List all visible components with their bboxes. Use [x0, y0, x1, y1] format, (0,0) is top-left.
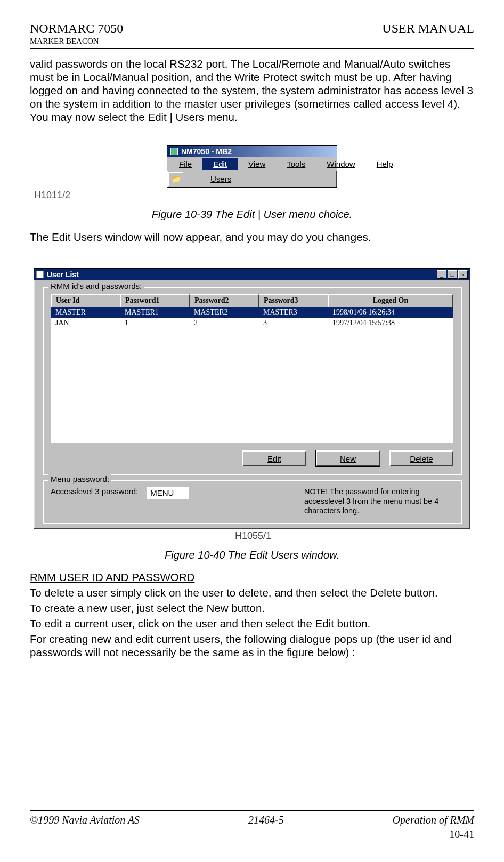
menu-file[interactable]: File [168, 158, 202, 170]
cell-logged: 1998/01/06 16:26:34 [328, 307, 453, 318]
toolbar-button[interactable]: 📁 [168, 172, 183, 186]
cell-user: MASTER [51, 307, 120, 318]
folder-icon: 📁 [172, 175, 181, 183]
col-password3[interactable]: Password3 [259, 294, 328, 307]
paragraph-1: valid passwords on the local RS232 port.… [30, 57, 474, 124]
user-listview[interactable]: User Id Password1 Password2 Password3 Lo… [51, 294, 453, 443]
app-icon [170, 148, 178, 155]
section-line-4: For creating new and edit current users,… [30, 632, 474, 659]
user-list-window: User List _ □ × RMM id's and passwords: … [34, 268, 470, 529]
header-rule [30, 48, 474, 49]
figure-10-40-caption: Figure 10-40 The Edit Users window. [30, 549, 474, 561]
cell-p3: 3 [259, 318, 328, 328]
edit-dropdown-item-users[interactable]: Users [204, 172, 251, 186]
menu-edit[interactable]: Edit [202, 158, 238, 170]
col-password2[interactable]: Password2 [190, 294, 259, 307]
button-row: Edit New Delete [51, 450, 453, 466]
menu-window[interactable]: Window [316, 158, 365, 170]
footer-docnum: 21464-5 [248, 814, 284, 826]
accesslevel3-label: Accesslevel 3 password: [51, 487, 138, 496]
footer-chapter: Operation of RMM [393, 814, 474, 826]
footer-copyright: ©1999 Navia Aviation AS [30, 814, 140, 826]
col-logged-on[interactable]: Logged On [328, 294, 453, 307]
accesslevel3-input[interactable]: MENU [147, 487, 189, 499]
menu-window: NM7050 - MB2 File Edit View Tools Window… [167, 145, 337, 188]
menu-tools[interactable]: Tools [276, 158, 316, 170]
menu-view[interactable]: View [238, 158, 276, 170]
window-titlebar: NM7050 - MB2 [167, 146, 337, 157]
section-line-1: To delete a user simply click on the use… [30, 586, 474, 599]
paragraph-2: The Edit Users window will now appear, a… [30, 230, 474, 244]
table-row[interactable]: MASTER MASTER1 MASTER2 MASTER3 1998/01/0… [51, 307, 453, 318]
doc-type: USER MANUAL [382, 21, 474, 36]
cell-user: JAN [51, 318, 120, 328]
cell-p3: MASTER3 [259, 307, 328, 318]
listview-header: User Id Password1 Password2 Password3 Lo… [51, 294, 453, 307]
menu-help[interactable]: Help [366, 158, 404, 170]
section-line-3: To edit a current user, click on the use… [30, 617, 474, 630]
groupbox-legend: RMM id's and passwords: [48, 281, 144, 291]
cell-p1: MASTER1 [120, 307, 190, 318]
app-icon [36, 271, 44, 278]
cell-p1: 1 [120, 318, 190, 328]
window-title: NM7050 - MB2 [181, 147, 232, 156]
maximize-button[interactable]: □ [448, 270, 457, 279]
table-row[interactable]: JAN 1 2 3 1997/12/04 15:57:38 [51, 318, 453, 328]
menubar: File Edit View Tools Window Help [167, 157, 337, 171]
page-number: 10-41 [30, 828, 474, 841]
col-password1[interactable]: Password1 [120, 294, 190, 307]
cell-p2: 2 [190, 318, 259, 328]
toolbar: 📁 Users [167, 171, 337, 187]
rmm-ids-groupbox: RMM id's and passwords: User Id Password… [43, 287, 461, 474]
col-user-id[interactable]: User Id [51, 294, 120, 307]
section-heading: RMM USER ID AND PASSWORD [30, 571, 474, 584]
window-titlebar: User List _ □ × [34, 269, 470, 280]
minimize-button[interactable]: _ [437, 270, 446, 279]
figure-ref-code: H1055/1 [34, 529, 470, 542]
delete-button[interactable]: Delete [389, 450, 453, 466]
page-header: NORMARC 7050 USER MANUAL MARKER BEACON [30, 21, 474, 49]
product-name: NORMARC 7050 [30, 21, 123, 36]
cell-p2: MASTER2 [190, 307, 259, 318]
footer-rule [30, 810, 474, 811]
close-button[interactable]: × [458, 270, 468, 279]
groupbox-legend: Menu password: [48, 474, 111, 484]
new-button[interactable]: New [316, 450, 380, 466]
product-subtitle: MARKER BEACON [30, 37, 474, 46]
figure-10-40: User List _ □ × RMM id's and passwords: … [30, 268, 474, 542]
window-title: User List [47, 270, 79, 279]
page-footer: ©1999 Navia Aviation AS 21464-5 Operatio… [30, 810, 474, 841]
cell-logged: 1997/12/04 15:57:38 [328, 318, 453, 328]
figure-10-39: NM7050 - MB2 File Edit View Tools Window… [30, 145, 474, 201]
section-line-2: To create a new user, just select the Ne… [30, 601, 474, 615]
password-note: NOTE! The password for entering accessle… [304, 487, 453, 515]
figure-10-39-caption: Figure 10-39 The Edit | User menu choice… [30, 208, 474, 221]
window-control-buttons: _ □ × [437, 270, 468, 279]
menu-password-groupbox: Menu password: Accesslevel 3 password: M… [43, 480, 461, 523]
edit-button[interactable]: Edit [242, 450, 306, 466]
figure-ref-code: H1011/2 [30, 190, 474, 201]
